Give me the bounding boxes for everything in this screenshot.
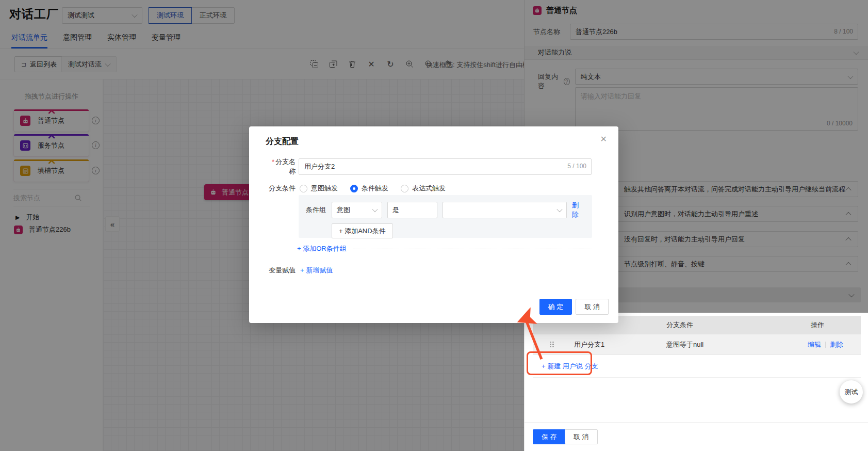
drag-handle-icon[interactable] [550,342,554,348]
dotted-divider [353,249,592,249]
branch-name-label: 分支名称 [275,158,296,175]
panel-cancel-button[interactable]: 取 消 [565,429,598,444]
condition-operator-field[interactable]: 是 [387,202,438,218]
radio-icon [300,185,307,192]
add-assignment-link[interactable]: + 新增赋值 [300,266,333,275]
save-button[interactable]: 保 存 [533,429,566,444]
condition-group-box: 条件组 意图 是 删除 + 添加AND条件 [299,195,592,238]
branch-delete-link[interactable]: 删除 [830,340,843,349]
branch-name: 用户分支1 [574,340,604,349]
branch-edit-link[interactable]: 编辑 [808,340,821,349]
branch-name-input[interactable] [299,158,592,175]
divider [825,342,826,348]
variable-assign-row: 变量赋值 + 新增赋值 [269,266,333,275]
condition-group-label: 条件组 [306,205,326,215]
add-and-condition-button[interactable]: + 添加AND条件 [332,223,393,238]
required-mark: * [272,158,274,166]
test-float-button[interactable]: 测试 [840,380,863,404]
condition-value-dropdown[interactable] [443,202,566,218]
condition-delete-link[interactable]: 删除 [572,201,585,219]
branch-condition: 意图等于null [666,340,703,349]
branch-condition-label: 分支条件 [266,184,296,193]
chevron-down-icon [372,206,378,212]
modal-footer: 确 定 取 消 [539,299,609,315]
panel-footer: 保 存 取 消 [525,422,868,451]
radio-condition-trigger[interactable]: 条件触发 [350,184,388,193]
radio-icon [401,185,408,192]
radio-selected-icon [350,185,358,192]
condition-operand-dropdown[interactable]: 意图 [332,202,382,218]
cancel-button[interactable]: 取 消 [576,299,609,315]
branch-name-counter: 5 / 100 [567,163,586,170]
confirm-button[interactable]: 确 定 [539,299,572,315]
add-or-row: + 添加OR条件组 [297,244,592,253]
annotation-highlight-box [527,351,592,375]
branch-condition-row: 分支条件 意图触发 条件触发 表达式触发 [266,184,458,193]
branch-name-row: *分支名称 5 / 100 [266,157,592,176]
variable-assign-label: 变量赋值 [269,266,296,275]
chevron-down-icon [556,206,562,212]
modal-title: 分支配置 [266,136,299,147]
radio-expression-trigger[interactable]: 表达式触发 [401,184,446,193]
radio-intent-trigger[interactable]: 意图触发 [300,184,338,193]
dialog-factory-screen: 对话工厂 测试测试 测试环境 正式环境 对话流单元 意图管理 实体管理 变量管理… [0,0,868,451]
column-action: 操作 [811,320,824,330]
column-branch-condition: 分支条件 [666,320,693,330]
close-icon[interactable]: ✕ [600,134,607,144]
add-or-group-link[interactable]: + 添加OR条件组 [297,244,347,253]
branch-config-modal: 分支配置 ✕ *分支名称 5 / 100 分支条件 意图触发 条件触发 [249,126,618,323]
